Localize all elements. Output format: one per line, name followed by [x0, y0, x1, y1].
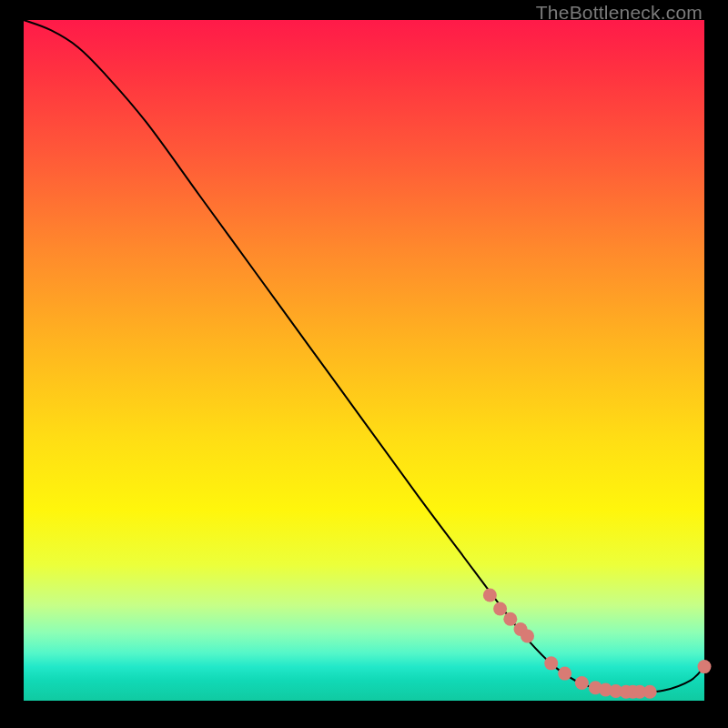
- bottleneck-markers: [483, 589, 712, 699]
- chart-svg: [24, 20, 704, 701]
- marker-point: [558, 667, 571, 681]
- marker-point: [698, 660, 712, 673]
- marker-point: [643, 685, 657, 699]
- bottleneck-curve: [24, 20, 704, 692]
- chart-stage: TheBottleneck.com: [0, 0, 728, 728]
- marker-point: [544, 656, 558, 670]
- marker-point: [575, 676, 589, 690]
- plot-area: [24, 20, 704, 701]
- marker-point: [483, 589, 497, 602]
- marker-point: [493, 602, 507, 616]
- marker-point: [503, 612, 517, 626]
- marker-point: [521, 629, 534, 642]
- watermark-text: TheBottleneck.com: [536, 2, 703, 24]
